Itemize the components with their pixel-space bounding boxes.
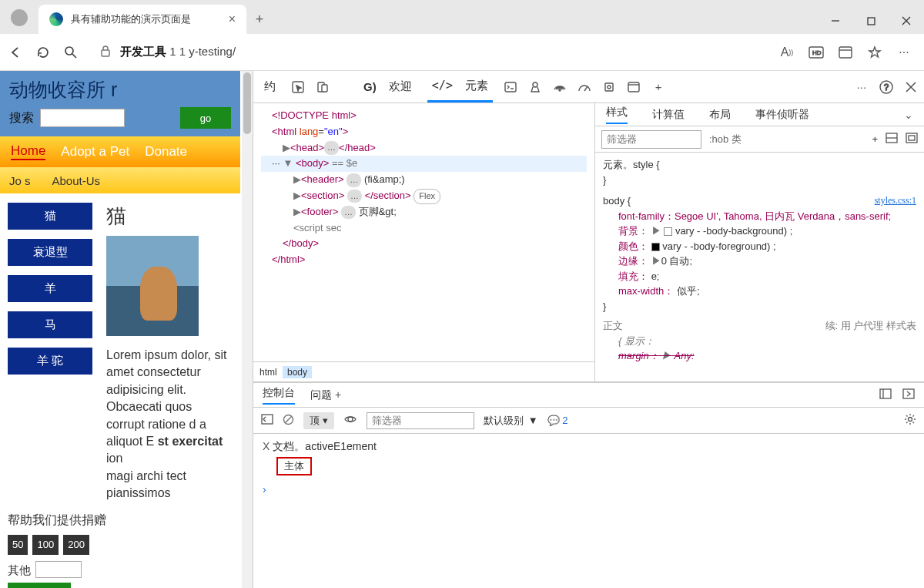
tab-console[interactable]: 控制台 bbox=[263, 386, 295, 405]
device-icon[interactable] bbox=[316, 80, 330, 94]
svg-rect-30 bbox=[880, 389, 891, 398]
svg-point-19 bbox=[608, 86, 611, 89]
donate-chip[interactable]: 200 bbox=[63, 535, 89, 555]
tab-computed[interactable]: 计算值 bbox=[652, 108, 685, 122]
help-icon[interactable]: ? bbox=[879, 80, 893, 94]
tab-layout[interactable]: 布局 bbox=[709, 108, 731, 122]
side-item[interactable]: 衰退型 bbox=[8, 239, 92, 266]
browser-tab[interactable]: 具有辅助功能的演示页面是 × bbox=[38, 5, 246, 34]
memory-icon[interactable] bbox=[602, 80, 616, 94]
svg-rect-6 bbox=[102, 50, 109, 56]
svg-line-35 bbox=[285, 416, 292, 423]
stylesheet-link[interactable]: styles.css:1 bbox=[875, 193, 916, 207]
favorite-icon[interactable] bbox=[867, 45, 882, 60]
nav-donate[interactable]: Donate bbox=[145, 144, 187, 160]
nav2-item[interactable]: About-Us bbox=[52, 174, 101, 187]
svg-rect-1 bbox=[868, 18, 875, 25]
window-titlebar: 具有辅助功能的演示页面是 × + bbox=[0, 0, 924, 34]
search-label: 搜索 bbox=[9, 110, 34, 126]
console-filter-input[interactable] bbox=[367, 412, 474, 429]
svg-point-15 bbox=[533, 82, 537, 87]
hd-icon[interactable]: HD bbox=[808, 45, 824, 60]
close-tab-icon[interactable]: × bbox=[229, 12, 236, 26]
svg-point-4 bbox=[65, 47, 73, 55]
donate-chip[interactable]: 50 bbox=[8, 535, 28, 555]
inspect-icon[interactable] bbox=[291, 80, 305, 94]
console-icon[interactable] bbox=[504, 80, 517, 94]
content-heading: 猫 bbox=[106, 203, 233, 230]
hover-class-label[interactable]: :hob 类 bbox=[709, 133, 742, 146]
styles-rules[interactable]: 元素。style { } styles.css:1body { font-fam… bbox=[595, 153, 924, 381]
tab-styles[interactable]: 样式 bbox=[606, 106, 628, 124]
help-text: 帮助我们提供捐赠 bbox=[8, 512, 233, 529]
clear-console-icon[interactable] bbox=[283, 414, 294, 428]
application-icon[interactable] bbox=[627, 80, 641, 94]
tab-yue[interactable]: 约 bbox=[259, 71, 280, 102]
edge-icon bbox=[49, 12, 63, 26]
devtools-panel: 约 G) 欢迎 </> 元素 + ··· ? <!DOCTYPE html> <… bbox=[253, 71, 924, 588]
page-scrollbar[interactable] bbox=[242, 71, 253, 588]
more-icon[interactable]: ··· bbox=[855, 80, 869, 94]
svg-point-36 bbox=[348, 417, 353, 422]
nav2-item[interactable]: Jo s bbox=[9, 174, 31, 187]
donate-button[interactable]: 捐赠 bbox=[8, 583, 71, 588]
dom-tree[interactable]: <!DOCTYPE html> <html lang="en"> ▶<head>… bbox=[253, 103, 594, 361]
minimize-button[interactable] bbox=[818, 8, 853, 34]
console-output[interactable]: X文档。activeE1ement 主体 › bbox=[253, 434, 924, 588]
tab-elements[interactable]: </> 元素 bbox=[427, 71, 493, 102]
flex-editor-icon[interactable] bbox=[886, 133, 898, 146]
devtools-tabbar: 约 G) 欢迎 </> 元素 + ··· ? bbox=[253, 71, 924, 103]
side-item[interactable]: 羊 bbox=[8, 275, 92, 302]
tab-issues[interactable]: 问题 + bbox=[310, 388, 341, 402]
close-window-button[interactable] bbox=[889, 8, 924, 34]
url-display: 开发工具 1 1 y-testing/ bbox=[120, 45, 236, 59]
donate-chip[interactable]: 100 bbox=[32, 535, 59, 555]
network-icon[interactable] bbox=[553, 80, 567, 94]
nav-adopt[interactable]: Adopt a Pet bbox=[61, 144, 129, 160]
svg-rect-14 bbox=[505, 82, 516, 92]
side-item[interactable]: 羊 驼 bbox=[8, 348, 92, 375]
side-item[interactable]: 猫 bbox=[8, 203, 92, 230]
sidebar-toggle-icon[interactable] bbox=[879, 388, 892, 402]
console-prompt[interactable]: › bbox=[263, 483, 915, 496]
sources-icon[interactable] bbox=[528, 80, 542, 94]
maximize-button[interactable] bbox=[853, 8, 889, 34]
expand-icon[interactable] bbox=[902, 388, 915, 402]
search-input[interactable] bbox=[40, 109, 125, 127]
issues-count[interactable]: 💬 2 bbox=[547, 415, 568, 426]
lock-icon bbox=[100, 45, 111, 59]
sidebar: 猫 衰退型 羊 马 羊 驼 bbox=[8, 203, 92, 502]
search-button[interactable] bbox=[63, 45, 79, 60]
tab-listeners[interactable]: 事件侦听器 bbox=[755, 108, 809, 122]
box-model-icon[interactable] bbox=[906, 133, 918, 146]
svg-line-17 bbox=[584, 86, 588, 91]
level-selector[interactable]: 默认级别 ▼ bbox=[484, 414, 538, 428]
chevron-down-icon[interactable]: ⌄ bbox=[904, 109, 913, 121]
reader-icon[interactable] bbox=[838, 45, 853, 60]
performance-icon[interactable] bbox=[578, 80, 591, 94]
back-button[interactable] bbox=[8, 45, 23, 60]
read-aloud-icon[interactable]: A)) bbox=[779, 45, 795, 60]
close-devtools-icon[interactable] bbox=[904, 80, 918, 94]
svg-text:?: ? bbox=[884, 82, 889, 92]
console-sidebar-icon[interactable] bbox=[261, 414, 273, 427]
styles-filter-input[interactable] bbox=[601, 130, 701, 149]
rendered-page: 动物收容所 r 搜索 go Home Adopt a Pet Donate Jo… bbox=[0, 71, 253, 588]
live-expression-icon[interactable] bbox=[343, 415, 357, 426]
refresh-button[interactable] bbox=[35, 45, 51, 60]
console-settings-icon[interactable] bbox=[904, 413, 916, 428]
address-bar[interactable]: 开发工具 1 1 y-testing/ bbox=[91, 39, 767, 66]
dom-breadcrumb[interactable]: html body bbox=[253, 361, 594, 381]
menu-icon[interactable]: ··· bbox=[896, 45, 912, 60]
new-tab-button[interactable]: + bbox=[246, 5, 273, 34]
tab-title: 具有辅助功能的演示页面是 bbox=[71, 12, 191, 26]
other-amount-input[interactable] bbox=[35, 561, 82, 578]
go-button[interactable]: go bbox=[180, 107, 231, 129]
tab-welcome[interactable]: G) 欢迎 bbox=[359, 71, 417, 102]
side-item[interactable]: 马 bbox=[8, 311, 92, 338]
profile-avatar[interactable] bbox=[11, 9, 28, 26]
nav-home[interactable]: Home bbox=[11, 143, 45, 160]
context-selector[interactable]: 顶 ▾ bbox=[303, 412, 334, 429]
add-rule-icon[interactable]: + bbox=[872, 133, 878, 145]
add-tab-icon[interactable]: + bbox=[651, 80, 665, 94]
